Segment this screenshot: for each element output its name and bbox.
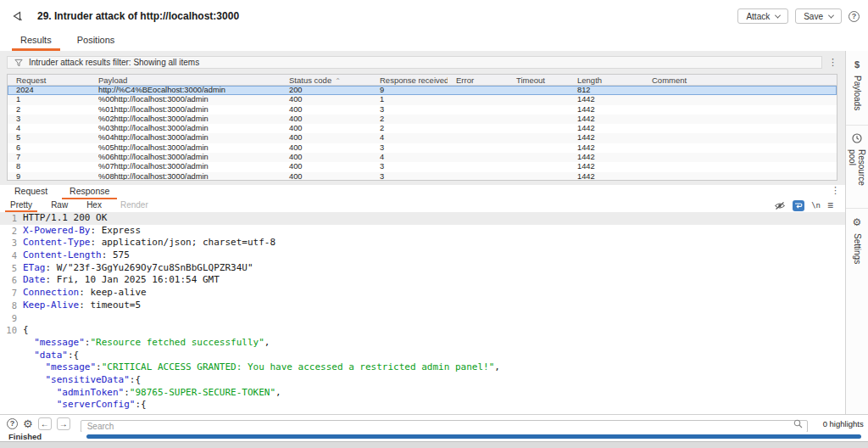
cell-status: 200: [281, 86, 371, 95]
column-header-request[interactable]: Request: [8, 75, 90, 85]
attack-button[interactable]: Attack: [737, 8, 788, 24]
message-kebab-menu-icon[interactable]: ⋮: [831, 186, 840, 195]
cell-comment: [643, 153, 837, 162]
page-title: 29. Intruder attack of http://localhost:…: [37, 10, 239, 22]
cell-comment: [643, 124, 837, 133]
table-row[interactable]: 3%02http://localhost:3000/admin40021442: [8, 115, 837, 124]
message-tabs: Request Response ⋮: [0, 185, 845, 199]
editor-line: 1HTTP/1.1 200 OK: [0, 212, 845, 225]
back-icon[interactable]: [10, 9, 24, 23]
table-row[interactable]: 4%03http://localhost:3000/admin40021442: [8, 124, 837, 133]
column-header-status-code[interactable]: Status code⌃: [281, 75, 371, 85]
show-newlines-icon[interactable]: \n: [811, 201, 821, 210]
results-table-body: 2024http://%C4%BEocalhost:3000/admin2009…: [8, 86, 837, 181]
tab-pretty[interactable]: Pretty: [3, 199, 39, 211]
payloads-icon: $: [854, 59, 860, 70]
cell-error: [448, 153, 508, 162]
cell-request: 8: [8, 162, 90, 171]
line-number: [0, 337, 17, 350]
tab-raw[interactable]: Raw: [44, 199, 75, 211]
clock-icon: [852, 133, 862, 143]
tab-positions[interactable]: Positions: [69, 32, 124, 51]
sidebar-item-label: Settings: [853, 233, 862, 272]
table-row[interactable]: 1%00http://localhost:3000/admin40011442: [8, 95, 837, 104]
window-titlebar: 29. Intruder attack of http://localhost:…: [0, 0, 868, 32]
results-filter-bar[interactable]: Intruder attack results filter: Showing …: [7, 56, 822, 69]
table-row[interactable]: 2024http://%C4%BEocalhost:3000/admin2009…: [8, 86, 837, 95]
tab-hex[interactable]: Hex: [80, 199, 108, 211]
table-row[interactable]: 2%01http://localhost:3000/admin40031442: [8, 105, 837, 115]
cell-error: [448, 133, 508, 143]
cell-comment: [643, 105, 837, 115]
editor-menu-icon[interactable]: ≡: [827, 199, 833, 211]
cell-status: 400: [281, 133, 371, 143]
table-row[interactable]: 8%07http://localhost:3000/admin40031442: [8, 162, 837, 171]
column-header-error[interactable]: Error: [448, 75, 508, 85]
message-panel: Request Response ⋮ Pretty Raw Hex Render…: [0, 185, 845, 414]
hide-highlights-icon[interactable]: [774, 201, 786, 210]
search-settings-gear-icon[interactable]: ⚙: [23, 417, 33, 430]
sidebar-item-resource-pool[interactable]: Resource pool: [846, 126, 868, 209]
search-input[interactable]: [81, 420, 808, 433]
sidebar-item-settings[interactable]: ⚙ Settings: [846, 209, 868, 280]
line-number: 5: [0, 262, 17, 275]
cell-timeout: [508, 143, 569, 153]
save-button[interactable]: Save: [795, 8, 842, 24]
column-header-comment[interactable]: Comment: [643, 75, 837, 85]
right-sidebar: $ Payloads Resource pool ⚙ Settings: [845, 51, 868, 414]
table-row[interactable]: 9%08http://localhost:3000/admin40031442: [8, 172, 837, 181]
save-button-label: Save: [804, 12, 823, 21]
editor-line: 4Content-Length: 575: [0, 249, 845, 262]
line-number: 6: [0, 274, 17, 287]
cell-received: 2: [371, 124, 448, 133]
response-editor[interactable]: 1HTTP/1.1 200 OK2X-Powered-By: Express3C…: [0, 212, 845, 415]
column-header-timeout[interactable]: Timeout: [508, 75, 569, 85]
cell-status: 400: [281, 115, 371, 124]
cell-length: 1442: [569, 162, 643, 171]
cell-received: 4: [371, 153, 448, 162]
line-number: 3: [0, 237, 17, 249]
column-header-payload[interactable]: Payload: [90, 75, 281, 85]
cell-received: 3: [371, 172, 448, 181]
cell-status: 400: [281, 105, 371, 115]
cell-timeout: [508, 95, 569, 104]
cell-error: [448, 124, 508, 133]
table-row[interactable]: 5%04http://localhost:3000/admin40041442: [8, 133, 837, 143]
cell-comment: [643, 172, 837, 181]
table-row[interactable]: 6%05http://localhost:3000/admin40031442: [8, 143, 837, 153]
search-help-icon[interactable]: ?: [7, 418, 18, 429]
cell-payload: %07http://localhost:3000/admin: [90, 162, 281, 171]
cell-error: [448, 86, 508, 95]
cell-error: [448, 143, 508, 153]
tab-results[interactable]: Results: [12, 32, 60, 51]
search-magnifier-icon: [793, 419, 803, 428]
help-icon[interactable]: ?: [849, 11, 860, 22]
column-header-length[interactable]: Length: [569, 75, 643, 85]
tab-response[interactable]: Response: [62, 185, 117, 199]
column-header-response-received[interactable]: Response received: [371, 75, 448, 85]
table-row[interactable]: 7%06http://localhost:3000/admin40041442: [8, 153, 837, 162]
cell-timeout: [508, 115, 569, 124]
editor-line: 2X-Powered-By: Express: [0, 225, 845, 238]
next-match-button[interactable]: →: [57, 417, 70, 430]
editor-line: 9: [0, 312, 845, 325]
cell-length: 1442: [569, 143, 643, 153]
tab-request[interactable]: Request: [7, 185, 55, 199]
sidebar-item-payloads[interactable]: $ Payloads: [846, 51, 868, 126]
cell-payload: http://%C4%BEocalhost:3000/admin: [90, 86, 281, 95]
cell-timeout: [508, 153, 569, 162]
view-tabs: Pretty Raw Hex Render \n ≡: [0, 199, 845, 212]
filter-kebab-menu-icon[interactable]: ⋮: [828, 58, 837, 67]
editor-line: "adminToken":"98765-SUPER-SECURE-TOKEN",: [0, 387, 845, 400]
editor-line: "sensitiveData":{: [0, 374, 845, 387]
cell-timeout: [508, 172, 569, 181]
word-wrap-toggle-icon[interactable]: [793, 200, 804, 211]
cell-payload: %06http://localhost:3000/admin: [90, 153, 281, 162]
cell-comment: [643, 86, 837, 95]
previous-match-button[interactable]: ←: [38, 417, 52, 430]
line-number: 8: [0, 300, 17, 312]
cell-length: 1442: [569, 153, 643, 162]
sort-ascending-icon: ⌃: [335, 77, 341, 85]
cell-length: 1442: [569, 124, 643, 133]
highlight-count: 0 highlights: [823, 419, 864, 428]
